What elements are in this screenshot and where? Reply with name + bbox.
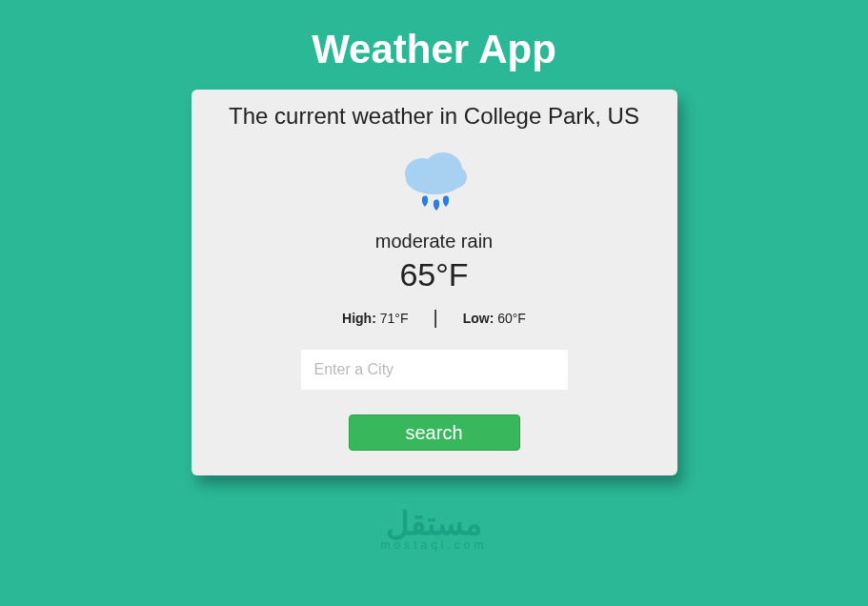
- city-input[interactable]: [301, 350, 568, 390]
- weather-subtitle: The current weather in College Park, US: [229, 103, 639, 130]
- footer-logo: مستقل mostaql.com: [380, 504, 487, 552]
- high-label: High:: [342, 311, 376, 326]
- svg-point-3: [440, 166, 467, 189]
- footer-brand-ar: مستقل: [380, 504, 487, 542]
- weather-temp: 65°F: [399, 256, 468, 293]
- high-block: High: 71°F: [342, 311, 408, 326]
- app-title: Weather App: [312, 27, 556, 72]
- low-value: 60°F: [497, 311, 526, 326]
- low-block: Low: 60°F: [463, 311, 526, 326]
- footer-brand-en: mostaql.com: [380, 538, 487, 552]
- search-button[interactable]: search: [349, 414, 520, 451]
- low-label: Low:: [463, 311, 495, 326]
- rain-cloud-icon: [392, 145, 477, 225]
- high-value: 71°F: [380, 311, 409, 326]
- high-low-row: High: 71°F | Low: 60°F: [342, 307, 526, 329]
- separator: |: [433, 307, 437, 329]
- weather-condition: moderate rain: [375, 231, 493, 252]
- weather-card: The current weather in College Park, US …: [192, 90, 677, 475]
